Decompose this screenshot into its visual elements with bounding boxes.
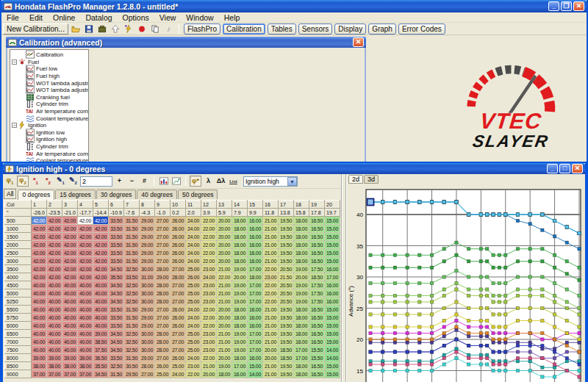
row-header[interactable]: 4000 bbox=[5, 273, 32, 281]
table-cell[interactable]: 22.00 bbox=[201, 233, 217, 241]
tree-item-air-temperature-compen[interactable]: TAIAir temperature compen bbox=[10, 150, 88, 157]
table-corner-cell[interactable]: Col bbox=[5, 201, 32, 209]
table-cell[interactable]: 29.00 bbox=[140, 322, 155, 330]
list-button[interactable]: List bbox=[228, 176, 239, 187]
table-cell[interactable]: 40.00 bbox=[32, 298, 47, 306]
table-cell[interactable]: 42.00 bbox=[62, 249, 78, 257]
calibration-close-button[interactable]: ✕ bbox=[353, 37, 364, 47]
table-cell[interactable]: 27.00 bbox=[155, 257, 171, 265]
col-header[interactable]: 5 bbox=[93, 201, 109, 209]
table-cell[interactable]: 19.00 bbox=[294, 298, 309, 306]
table-cell[interactable]: 31.50 bbox=[124, 314, 140, 322]
table-cell[interactable]: 17.00 bbox=[248, 265, 263, 273]
ignition-titlebar[interactable]: Ignition high - 0 degrees _ □ ✕ bbox=[3, 163, 585, 174]
table-cell[interactable]: 40.00 bbox=[78, 314, 93, 322]
star1-button[interactable]: *1 bbox=[30, 176, 41, 187]
table-cell[interactable]: 39.00 bbox=[47, 354, 62, 362]
row-header[interactable]: 5250 bbox=[5, 298, 32, 306]
row-header[interactable]: 9000 bbox=[5, 370, 32, 378]
table-cell[interactable]: 20.00 bbox=[294, 273, 309, 281]
table-cell[interactable]: 22.00 bbox=[263, 298, 279, 306]
table-cell[interactable]: 16.00 bbox=[248, 233, 263, 241]
table-cell[interactable]: 42.00 bbox=[78, 249, 93, 257]
table-cell[interactable]: 20.00 bbox=[201, 370, 217, 378]
table-cell[interactable]: 37.00 bbox=[78, 370, 93, 378]
table-cell[interactable]: 40.00 bbox=[47, 338, 62, 346]
table-cell[interactable]: 28.00 bbox=[155, 338, 171, 346]
table-cell[interactable]: 42.00 bbox=[78, 265, 93, 273]
table-cell[interactable]: 40.00 bbox=[78, 289, 93, 298]
table-cell[interactable]: 21.00 bbox=[263, 241, 279, 249]
menu-online[interactable]: Online bbox=[48, 13, 80, 22]
table-cell[interactable]: 19.00 bbox=[217, 362, 232, 370]
table-cell[interactable]: 31.50 bbox=[124, 354, 140, 362]
table-cell[interactable]: 42.00 bbox=[93, 249, 109, 257]
table-cell[interactable]: 16.50 bbox=[309, 338, 325, 346]
table-cell[interactable]: 22.00 bbox=[263, 289, 279, 298]
table-cell[interactable]: 16.50 bbox=[309, 217, 325, 225]
table-cell[interactable]: 40.00 bbox=[78, 281, 93, 289]
table-cell[interactable]: 28.00 bbox=[155, 346, 171, 354]
col-value-header[interactable]: -14.4 bbox=[93, 209, 109, 217]
table-cell[interactable]: 33.50 bbox=[124, 273, 140, 281]
table-cell[interactable]: 42.00 bbox=[93, 225, 109, 233]
row-header[interactable]: 1000 bbox=[5, 225, 32, 233]
table-cell[interactable]: 42.00 bbox=[78, 217, 93, 225]
table-cell[interactable]: 15.00 bbox=[325, 225, 340, 233]
col-value-header[interactable]: 0.2 bbox=[171, 209, 186, 217]
table-cell[interactable]: 39.00 bbox=[78, 354, 93, 362]
table-cell[interactable]: 16.50 bbox=[309, 249, 325, 257]
table-cell[interactable]: 17.00 bbox=[232, 362, 248, 370]
table-cell[interactable]: 19.50 bbox=[279, 362, 294, 370]
table-cell[interactable]: 17.00 bbox=[294, 346, 309, 354]
table-cell[interactable]: 35.50 bbox=[93, 362, 109, 370]
table-cell[interactable]: 30.00 bbox=[140, 265, 155, 273]
table-cell[interactable]: 29.00 bbox=[155, 273, 171, 281]
table-cell[interactable]: 42.00 bbox=[93, 257, 109, 265]
table-cell[interactable]: 16.50 bbox=[309, 314, 325, 322]
row-header[interactable]: 5500 bbox=[5, 306, 32, 314]
table-cell[interactable]: 15.50 bbox=[309, 354, 325, 362]
table-cell[interactable]: 40.00 bbox=[78, 346, 93, 354]
table-cell[interactable]: 42.00 bbox=[47, 249, 62, 257]
table-cell[interactable]: 40.00 bbox=[62, 281, 78, 289]
table-cell[interactable]: 20.50 bbox=[279, 281, 294, 289]
pen1-button[interactable]: ✎1 bbox=[55, 176, 66, 187]
table-cell[interactable]: 21.00 bbox=[263, 370, 279, 378]
row-header[interactable]: 7000 bbox=[5, 338, 32, 346]
table-cell[interactable]: 27.00 bbox=[155, 306, 171, 314]
table-cell[interactable]: 40.00 bbox=[93, 306, 109, 314]
tree-expander-icon[interactable]: − bbox=[12, 123, 17, 128]
pane-splitter[interactable] bbox=[341, 174, 347, 382]
row-header[interactable]: 4500 bbox=[5, 281, 32, 289]
all-button[interactable]: All bbox=[4, 189, 16, 199]
flash-button[interactable] bbox=[123, 24, 135, 35]
table-cell[interactable]: 14.00 bbox=[325, 354, 340, 362]
table-cell[interactable]: 26.00 bbox=[171, 322, 186, 330]
close-button[interactable]: ✕ bbox=[573, 1, 584, 11]
table-cell[interactable]: 42.00 bbox=[78, 225, 93, 233]
row-header[interactable]: 3500 bbox=[5, 265, 32, 273]
col-header[interactable]: 7 bbox=[124, 201, 140, 209]
table-cell[interactable]: 16.00 bbox=[325, 265, 340, 273]
table-cell[interactable]: 16.50 bbox=[309, 330, 325, 338]
table-cell[interactable]: 22.00 bbox=[201, 257, 217, 265]
col-header[interactable]: 19 bbox=[309, 201, 325, 209]
table-cell[interactable]: 40.00 bbox=[93, 281, 109, 289]
table-cell[interactable]: 19.50 bbox=[279, 233, 294, 241]
table-cell[interactable]: 27.00 bbox=[171, 289, 186, 298]
col-value-header[interactable]: 19.7 bbox=[325, 209, 340, 217]
table-cell[interactable]: 25.00 bbox=[186, 289, 201, 298]
table-cell[interactable]: 23.00 bbox=[201, 298, 217, 306]
table-cell[interactable]: 26.00 bbox=[171, 257, 186, 265]
table-cell[interactable]: 42.00 bbox=[32, 217, 47, 225]
table-cell[interactable]: 40.00 bbox=[47, 346, 62, 354]
table-cell[interactable]: 20.00 bbox=[263, 346, 279, 354]
row-header[interactable]: 2000 bbox=[5, 241, 32, 249]
col-header[interactable]: 16 bbox=[263, 201, 279, 209]
table-cell[interactable]: 33.50 bbox=[109, 314, 124, 322]
table-cell[interactable]: 21.00 bbox=[263, 306, 279, 314]
table-cell[interactable]: 31.00 bbox=[140, 273, 155, 281]
units-corner-cell[interactable]: " bbox=[5, 209, 32, 217]
table-cell[interactable]: 24.00 bbox=[186, 354, 201, 362]
